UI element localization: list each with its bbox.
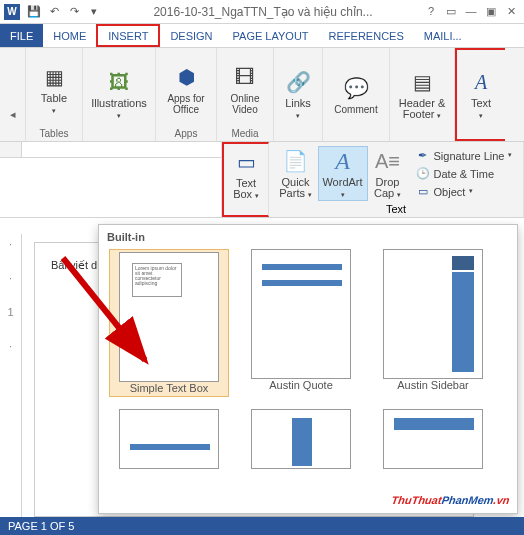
- close-icon[interactable]: ✕: [502, 5, 520, 18]
- tab-references[interactable]: REFERENCES: [319, 24, 414, 47]
- wordart-icon: A: [329, 147, 357, 175]
- group-comments: 💬 Comment: [323, 48, 390, 141]
- comment-button[interactable]: 💬 Comment: [329, 74, 383, 115]
- quickparts-icon: 📄: [282, 147, 310, 175]
- drop-cap-button[interactable]: A≡ Drop Cap ▾: [370, 147, 406, 200]
- group-links: 🔗 Links▾: [274, 48, 323, 141]
- thumb-5: [251, 409, 351, 469]
- undo-icon[interactable]: ↶: [45, 3, 63, 21]
- gallery-header: Built-in: [99, 225, 517, 249]
- gallery-item-6[interactable]: [373, 409, 493, 469]
- ribbon: ◂ ▦ Table▾ Tables 🖼 Illustrations▾ ⬢ App…: [0, 48, 524, 142]
- help-icon[interactable]: ?: [422, 5, 440, 18]
- video-icon: 🎞: [231, 63, 259, 91]
- object-icon: ▭: [416, 185, 430, 199]
- apps-icon: ⬢: [172, 63, 200, 91]
- links-button[interactable]: 🔗 Links▾: [280, 68, 316, 121]
- text-group: 📄 Quick Parts ▾ A WordArt▾ A≡ Drop Cap ▾…: [269, 142, 524, 217]
- title-bar: W 💾 ↶ ↷ ▾ 2016-10-31_NgaTTN_Tạo và hiệu …: [0, 0, 524, 24]
- status-bar: PAGE 1 OF 5: [0, 517, 524, 535]
- tab-insert[interactable]: INSERT: [96, 24, 160, 47]
- group-text-main: A Text▾: [455, 48, 505, 141]
- online-video-button[interactable]: 🎞 Online Video: [223, 63, 267, 115]
- watermark: ThuThuatPhanMem.vn: [390, 485, 511, 509]
- gallery-label: Simple Text Box: [130, 382, 209, 394]
- wordart-button[interactable]: A WordArt▾: [318, 146, 368, 201]
- text-button[interactable]: A Text▾: [463, 68, 499, 121]
- gallery-item-5[interactable]: [241, 409, 361, 469]
- group-apps: ⬢ Apps for Office Apps: [156, 48, 217, 141]
- signature-line-button[interactable]: ✒Signature Line ▾: [412, 148, 517, 164]
- quick-parts-button[interactable]: 📄 Quick Parts ▾: [276, 147, 316, 200]
- group-tables: ▦ Table▾ Tables: [26, 48, 83, 141]
- illustrations-icon: 🖼: [105, 68, 133, 96]
- gallery-item-austin-sidebar[interactable]: Austin Sidebar: [373, 249, 493, 397]
- tab-home[interactable]: HOME: [43, 24, 96, 47]
- table-icon: ▦: [40, 63, 68, 91]
- textbox-gallery: Built-in Lorem ipsum dolor sit amet cons…: [98, 224, 518, 514]
- textbox-icon: ▭: [232, 148, 260, 176]
- datetime-icon: 🕒: [416, 167, 430, 181]
- tab-design[interactable]: DESIGN: [160, 24, 222, 47]
- tab-file[interactable]: FILE: [0, 24, 43, 47]
- gallery-label: Austin Sidebar: [397, 379, 469, 391]
- thumb-austin-sidebar: [383, 249, 483, 379]
- header-footer-icon: ▤: [408, 68, 436, 96]
- thumb-6: [383, 409, 483, 469]
- gallery-item-4[interactable]: [109, 409, 229, 469]
- save-icon[interactable]: 💾: [25, 3, 43, 21]
- thumb-4: [119, 409, 219, 469]
- thumb-austin-quote: [251, 249, 351, 379]
- group-illustrations: 🖼 Illustrations▾: [83, 48, 156, 141]
- ribbon-scroll-left[interactable]: ◂: [0, 48, 26, 141]
- text-box-button[interactable]: ▭ Text Box ▾: [228, 148, 264, 201]
- group-header-footer: ▤ Header & Footer ▾: [390, 48, 455, 141]
- group-media: 🎞 Online Video Media: [217, 48, 274, 141]
- table-button[interactable]: ▦ Table▾: [32, 63, 76, 116]
- ribbon-tabs: FILE HOME INSERT DESIGN PAGE LAYOUT REFE…: [0, 24, 524, 48]
- thumb-simple: Lorem ipsum dolor sit amet consectetur a…: [119, 252, 219, 382]
- dropcap-icon: A≡: [374, 147, 402, 175]
- qat-customize-icon[interactable]: ▾: [85, 3, 103, 21]
- tab-page-layout[interactable]: PAGE LAYOUT: [223, 24, 319, 47]
- illustrations-button[interactable]: 🖼 Illustrations▾: [89, 68, 149, 121]
- redo-icon[interactable]: ↷: [65, 3, 83, 21]
- gallery-label: Austin Quote: [269, 379, 333, 391]
- pages-button[interactable]: ◂: [4, 91, 22, 137]
- ribbon-text-expanded: ▭ Text Box ▾ 📄 Quick Parts ▾ A WordArt▾ …: [0, 142, 524, 218]
- group-label-apps: Apps: [175, 128, 198, 139]
- group-label-text: Text: [386, 203, 406, 215]
- page-indicator[interactable]: PAGE 1 OF 5: [8, 520, 74, 532]
- document-title: 2016-10-31_NgaTTN_Tạo và hiệu chỉn...: [104, 5, 422, 19]
- group-label-media: Media: [231, 128, 258, 139]
- header-footer-button[interactable]: ▤ Header & Footer ▾: [396, 68, 448, 121]
- textbox-button-wrap: ▭ Text Box ▾: [222, 142, 269, 217]
- tab-mailings[interactable]: MAILI...: [414, 24, 472, 47]
- object-button[interactable]: ▭Object ▾: [412, 184, 517, 200]
- restore-icon[interactable]: ▣: [482, 5, 500, 18]
- ruler-spacer: [0, 142, 222, 217]
- text-icon: A: [467, 68, 495, 96]
- gallery-item-simple-text-box[interactable]: Lorem ipsum dolor sit amet consectetur a…: [109, 249, 229, 397]
- gallery-item-austin-quote[interactable]: Austin Quote: [241, 249, 361, 397]
- comment-icon: 💬: [342, 74, 370, 102]
- group-label-tables: Tables: [40, 128, 69, 139]
- word-app-icon: W: [4, 4, 20, 20]
- vertical-ruler: ··1·: [0, 234, 22, 517]
- date-time-button[interactable]: 🕒Date & Time: [412, 166, 517, 182]
- minimize-icon[interactable]: —: [462, 5, 480, 18]
- signature-icon: ✒: [416, 149, 430, 163]
- apps-for-office-button[interactable]: ⬢ Apps for Office: [162, 63, 210, 115]
- links-icon: 🔗: [284, 68, 312, 96]
- ribbon-options-icon[interactable]: ▭: [442, 5, 460, 18]
